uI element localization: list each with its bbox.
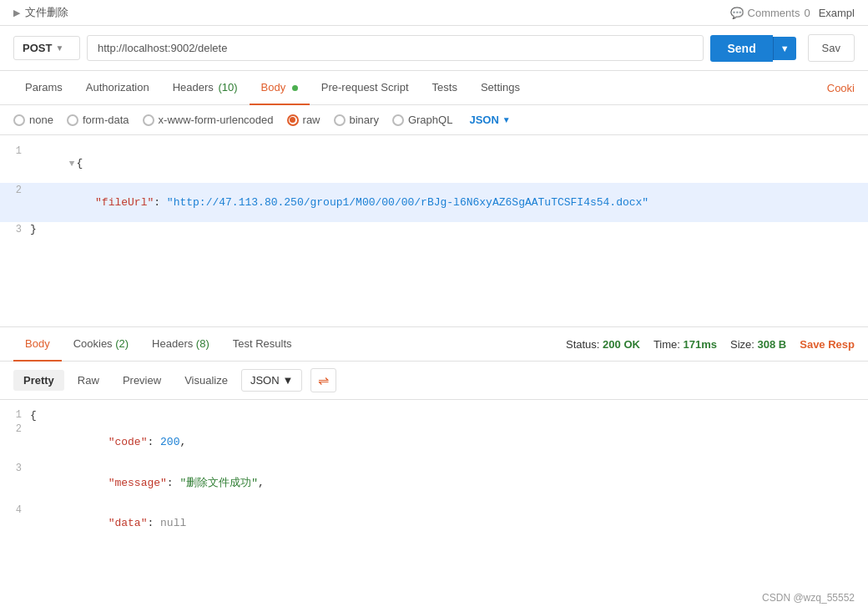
label-none: none — [29, 114, 53, 126]
format-pretty-button[interactable]: Pretty — [13, 370, 64, 391]
radio-form-data[interactable] — [67, 114, 78, 126]
method-label: POST — [23, 42, 52, 54]
response-format-chevron-icon: ▼ — [283, 374, 294, 387]
save-response-button[interactable]: Save Resp — [800, 338, 855, 351]
radio-raw[interactable] — [287, 114, 299, 126]
line-number: 2 — [0, 184, 30, 196]
size-label: Size: 308 B — [730, 338, 786, 351]
watermark: CSDN @wzq_55552 — [762, 592, 855, 604]
line-number: 1 — [0, 144, 30, 157]
tab-body[interactable]: Body — [250, 71, 310, 105]
request-body-editor[interactable]: 1 ▼{ 2 "fileUrl": "http://47.113.80.250/… — [0, 135, 868, 327]
json-chevron-icon: ▼ — [502, 115, 511, 124]
comments-button[interactable]: 💬 Comments 0 — [730, 7, 810, 19]
label-raw: raw — [303, 114, 320, 126]
status-value: 200 OK — [603, 338, 640, 351]
wrap-button[interactable]: ⇌ — [310, 368, 336, 392]
format-raw-button[interactable]: Raw — [68, 370, 109, 391]
label-graphql: GraphQL — [408, 114, 452, 126]
save-button[interactable]: Sav — [808, 34, 855, 62]
line-number: 3 — [0, 223, 30, 235]
tab-settings[interactable]: Settings — [469, 71, 532, 105]
response-line-4: 4 "data": null — [0, 503, 868, 543]
response-line-3: 3 "message": "删除文件成功", — [0, 462, 868, 503]
response-status-info: Status: 200 OK Time: 171ms Size: 308 B S… — [566, 338, 855, 351]
response-tabs-bar: Body Cookies (2) Headers (8) Test Result… — [0, 327, 868, 362]
response-code-viewer: 1 { 2 "code": 200, 3 "message": "删除文件成功"… — [0, 400, 868, 551]
top-actions: 💬 Comments 0 Exampl — [730, 7, 855, 19]
format-preview-button[interactable]: Preview — [113, 370, 171, 391]
tab-params[interactable]: Params — [13, 71, 74, 105]
code-line-3: 3 } — [0, 222, 868, 236]
label-urlencoded: x-www-form-urlencoded — [159, 114, 274, 126]
format-visualize-button[interactable]: Visualize — [174, 370, 238, 391]
option-form-data[interactable]: form-data — [67, 114, 129, 126]
comment-icon: 💬 — [730, 7, 744, 19]
body-options: none form-data x-www-form-urlencoded raw… — [0, 105, 868, 135]
option-none[interactable]: none — [13, 114, 53, 126]
radio-none[interactable] — [13, 114, 25, 126]
status-label: Status: 200 OK — [566, 338, 640, 351]
size-value: 308 B — [758, 338, 787, 351]
code-line-1: 1 ▼{ — [0, 144, 868, 183]
radio-graphql[interactable] — [392, 114, 404, 126]
response-section: Body Cookies (2) Headers (8) Test Result… — [0, 327, 868, 551]
comments-label: Comments — [748, 7, 800, 19]
line-number: 4 — [0, 504, 30, 516]
method-chevron-icon: ▼ — [55, 43, 63, 53]
response-format-label: JSON — [250, 374, 280, 387]
time-label: Time: 171ms — [654, 338, 717, 351]
tab-tests[interactable]: Tests — [421, 71, 469, 105]
url-input[interactable] — [87, 35, 704, 61]
option-urlencoded[interactable]: x-www-form-urlencoded — [143, 114, 274, 126]
res-tab-cookies[interactable]: Cookies (2) — [62, 327, 140, 362]
request-bar: POST ▼ Send ▼ Sav — [0, 26, 868, 71]
line-number: 1 — [0, 409, 30, 421]
label-binary: binary — [350, 114, 379, 126]
line-number: 2 — [0, 423, 30, 435]
time-value: 171ms — [684, 338, 717, 351]
radio-binary[interactable] — [334, 114, 346, 126]
response-format-select[interactable]: JSON ▼ — [241, 369, 303, 392]
json-format-select[interactable]: JSON ▼ — [469, 114, 510, 126]
code-line-2: 2 "fileUrl": "http://47.113.80.250/group… — [0, 183, 868, 222]
title-area: ▶ 文件删除 — [13, 5, 68, 20]
label-form-data: form-data — [83, 114, 129, 126]
option-raw[interactable]: raw — [287, 114, 320, 126]
response-line-1: 1 { — [0, 408, 868, 422]
method-select[interactable]: POST ▼ — [13, 36, 80, 60]
top-bar: ▶ 文件删除 💬 Comments 0 Exampl — [0, 0, 868, 26]
cookies-link[interactable]: Cooki — [827, 82, 855, 94]
send-button[interactable]: Send — [710, 35, 772, 62]
res-tab-headers[interactable]: Headers (8) — [140, 327, 221, 362]
option-binary[interactable]: binary — [334, 114, 379, 126]
response-format-bar: Pretty Raw Preview Visualize JSON ▼ ⇌ — [0, 362, 868, 400]
tab-headers[interactable]: Headers (10) — [161, 71, 250, 105]
tab-pre-request[interactable]: Pre-request Script — [310, 71, 421, 105]
comments-count: 0 — [804, 7, 810, 19]
option-graphql[interactable]: GraphQL — [392, 114, 452, 126]
json-label: JSON — [469, 114, 498, 126]
send-button-group: Send ▼ — [710, 35, 795, 62]
res-tab-body[interactable]: Body — [13, 327, 62, 362]
res-tab-test-results[interactable]: Test Results — [221, 327, 304, 362]
toggle-icon[interactable]: ▼ — [69, 159, 75, 169]
response-line-2: 2 "code": 200, — [0, 422, 868, 462]
request-tabs: Params Authorization Headers (10) Body P… — [0, 71, 868, 105]
radio-urlencoded[interactable] — [143, 114, 154, 126]
send-dropdown-button[interactable]: ▼ — [773, 37, 796, 60]
tab-authorization[interactable]: Authorization — [74, 71, 161, 105]
page-title: 文件删除 — [25, 5, 68, 20]
collapse-icon[interactable]: ▶ — [13, 8, 20, 18]
line-number: 3 — [0, 463, 30, 474]
example-button[interactable]: Exampl — [819, 7, 855, 19]
